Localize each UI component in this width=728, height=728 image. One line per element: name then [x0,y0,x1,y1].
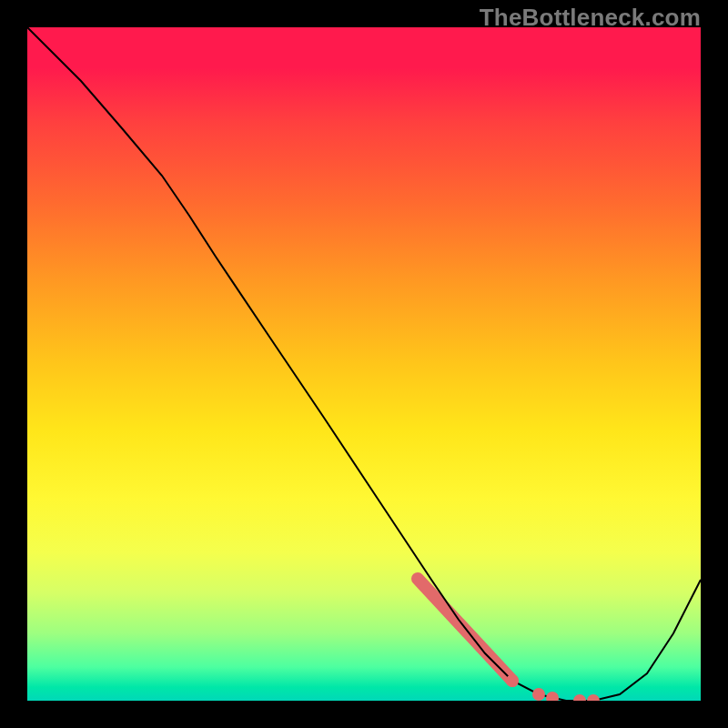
highlight-dot [506,674,519,687]
highlight-dot [573,694,586,701]
chart-stage: TheBottleneck.com [0,0,728,728]
highlight-dot [532,688,545,701]
bottleneck-curve [27,27,701,701]
plot-area [27,27,701,701]
highlight-dot [546,692,559,701]
highlight-dot [587,694,600,701]
plot-svg [27,27,701,701]
